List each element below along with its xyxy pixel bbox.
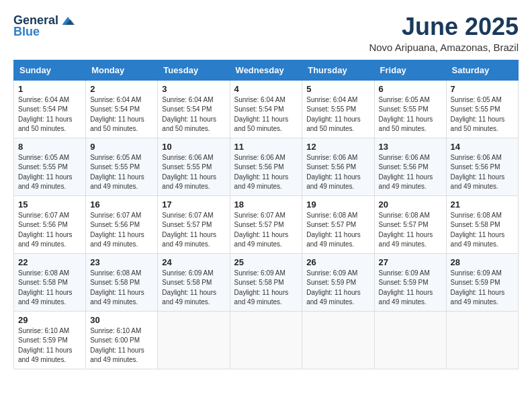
day-info: Sunrise: 6:08 AM Sunset: 5:57 PM Dayligh… <box>379 211 442 250</box>
calendar-header-thursday: Thursday <box>302 60 374 80</box>
day-info: Sunrise: 6:06 AM Sunset: 5:56 PM Dayligh… <box>451 153 514 192</box>
day-info: Sunrise: 6:08 AM Sunset: 5:58 PM Dayligh… <box>18 269 81 308</box>
day-info: Sunrise: 6:05 AM Sunset: 5:55 PM Dayligh… <box>18 153 81 192</box>
logo-blue-text: Blue <box>13 25 40 39</box>
day-info: Sunrise: 6:05 AM Sunset: 5:55 PM Dayligh… <box>451 95 514 134</box>
day-number: 28 <box>451 257 514 267</box>
calendar-cell: 28 Sunrise: 6:09 AM Sunset: 5:59 PM Dayl… <box>446 253 518 311</box>
calendar-week-row: 15 Sunrise: 6:07 AM Sunset: 5:56 PM Dayl… <box>14 195 519 253</box>
calendar-cell: 4 Sunrise: 6:04 AM Sunset: 5:54 PM Dayli… <box>230 80 302 138</box>
day-number: 4 <box>234 84 298 94</box>
calendar-cell: 18 Sunrise: 6:07 AM Sunset: 5:57 PM Dayl… <box>230 195 302 253</box>
calendar-table: SundayMondayTuesdayWednesdayThursdayFrid… <box>13 60 519 369</box>
day-number: 25 <box>234 257 298 267</box>
calendar-cell: 16 Sunrise: 6:07 AM Sunset: 5:56 PM Dayl… <box>86 195 158 253</box>
day-number: 24 <box>162 257 225 267</box>
calendar-header-tuesday: Tuesday <box>158 60 230 80</box>
day-number: 2 <box>90 84 153 94</box>
day-number: 15 <box>18 199 81 210</box>
calendar-cell: 3 Sunrise: 6:04 AM Sunset: 5:54 PM Dayli… <box>158 80 230 138</box>
day-info: Sunrise: 6:07 AM Sunset: 5:57 PM Dayligh… <box>234 211 298 250</box>
day-info: Sunrise: 6:06 AM Sunset: 5:56 PM Dayligh… <box>234 153 298 192</box>
calendar-cell: 20 Sunrise: 6:08 AM Sunset: 5:57 PM Dayl… <box>374 195 446 253</box>
calendar-header-friday: Friday <box>374 60 446 80</box>
calendar-cell <box>302 311 374 369</box>
calendar-week-row: 29 Sunrise: 6:10 AM Sunset: 5:59 PM Dayl… <box>14 311 519 369</box>
day-info: Sunrise: 6:08 AM Sunset: 5:58 PM Dayligh… <box>451 211 514 250</box>
day-info: Sunrise: 6:06 AM Sunset: 5:56 PM Dayligh… <box>379 153 442 192</box>
month-year-title: June 2025 <box>369 13 519 40</box>
day-info: Sunrise: 6:06 AM Sunset: 5:56 PM Dayligh… <box>306 153 369 192</box>
calendar-cell: 22 Sunrise: 6:08 AM Sunset: 5:58 PM Dayl… <box>14 253 86 311</box>
day-number: 3 <box>162 84 225 94</box>
calendar-header-row: SundayMondayTuesdayWednesdayThursdayFrid… <box>14 60 519 80</box>
calendar-cell: 27 Sunrise: 6:09 AM Sunset: 5:59 PM Dayl… <box>374 253 446 311</box>
day-info: Sunrise: 6:10 AM Sunset: 6:00 PM Dayligh… <box>90 326 153 365</box>
calendar-cell: 13 Sunrise: 6:06 AM Sunset: 5:56 PM Dayl… <box>374 138 446 195</box>
location-subtitle: Novo Aripuana, Amazonas, Brazil <box>369 42 519 53</box>
calendar-cell: 19 Sunrise: 6:08 AM Sunset: 5:57 PM Dayl… <box>302 195 374 253</box>
day-info: Sunrise: 6:10 AM Sunset: 5:59 PM Dayligh… <box>18 326 81 365</box>
day-info: Sunrise: 6:09 AM Sunset: 5:58 PM Dayligh… <box>162 269 225 308</box>
logo: General Blue <box>13 13 76 39</box>
day-info: Sunrise: 6:08 AM Sunset: 5:57 PM Dayligh… <box>306 211 369 250</box>
day-info: Sunrise: 6:04 AM Sunset: 5:54 PM Dayligh… <box>90 95 153 134</box>
day-number: 9 <box>90 142 153 152</box>
day-info: Sunrise: 6:04 AM Sunset: 5:54 PM Dayligh… <box>18 95 81 134</box>
calendar-week-row: 1 Sunrise: 6:04 AM Sunset: 5:54 PM Dayli… <box>14 80 519 138</box>
day-number: 8 <box>18 142 81 152</box>
day-number: 21 <box>451 199 514 210</box>
day-number: 30 <box>90 315 153 325</box>
day-number: 22 <box>18 257 81 267</box>
title-section: June 2025 Novo Aripuana, Amazonas, Brazi… <box>369 13 519 53</box>
calendar-cell: 11 Sunrise: 6:06 AM Sunset: 5:56 PM Dayl… <box>230 138 302 195</box>
day-info: Sunrise: 6:09 AM Sunset: 5:59 PM Dayligh… <box>451 269 514 308</box>
day-number: 12 <box>306 142 369 152</box>
day-info: Sunrise: 6:04 AM Sunset: 5:54 PM Dayligh… <box>234 95 298 134</box>
day-info: Sunrise: 6:09 AM Sunset: 5:59 PM Dayligh… <box>379 269 442 308</box>
day-info: Sunrise: 6:05 AM Sunset: 5:55 PM Dayligh… <box>379 95 442 134</box>
calendar-cell <box>446 311 518 369</box>
calendar-cell: 25 Sunrise: 6:09 AM Sunset: 5:58 PM Dayl… <box>230 253 302 311</box>
calendar-cell: 17 Sunrise: 6:07 AM Sunset: 5:57 PM Dayl… <box>158 195 230 253</box>
day-number: 13 <box>379 142 442 152</box>
day-info: Sunrise: 6:07 AM Sunset: 5:57 PM Dayligh… <box>162 211 225 250</box>
calendar-cell <box>230 311 302 369</box>
day-info: Sunrise: 6:04 AM Sunset: 5:55 PM Dayligh… <box>306 95 369 134</box>
day-number: 16 <box>90 199 153 210</box>
day-info: Sunrise: 6:06 AM Sunset: 5:55 PM Dayligh… <box>162 153 225 192</box>
day-number: 27 <box>379 257 442 267</box>
calendar-cell: 2 Sunrise: 6:04 AM Sunset: 5:54 PM Dayli… <box>86 80 158 138</box>
calendar-header-sunday: Sunday <box>14 60 86 80</box>
day-number: 14 <box>451 142 514 152</box>
day-number: 6 <box>379 84 442 94</box>
calendar-cell: 23 Sunrise: 6:08 AM Sunset: 5:58 PM Dayl… <box>86 253 158 311</box>
day-number: 7 <box>451 84 514 94</box>
day-number: 29 <box>18 315 81 325</box>
calendar-header-wednesday: Wednesday <box>230 60 302 80</box>
day-number: 10 <box>162 142 225 152</box>
calendar-cell: 29 Sunrise: 6:10 AM Sunset: 5:59 PM Dayl… <box>14 311 86 369</box>
calendar-cell: 30 Sunrise: 6:10 AM Sunset: 6:00 PM Dayl… <box>86 311 158 369</box>
calendar-cell: 8 Sunrise: 6:05 AM Sunset: 5:55 PM Dayli… <box>14 138 86 195</box>
day-number: 5 <box>306 84 369 94</box>
calendar-cell: 15 Sunrise: 6:07 AM Sunset: 5:56 PM Dayl… <box>14 195 86 253</box>
day-number: 11 <box>234 142 298 152</box>
calendar-cell: 14 Sunrise: 6:06 AM Sunset: 5:56 PM Dayl… <box>446 138 518 195</box>
day-number: 1 <box>18 84 81 94</box>
calendar-cell: 10 Sunrise: 6:06 AM Sunset: 5:55 PM Dayl… <box>158 138 230 195</box>
calendar-header-monday: Monday <box>86 60 158 80</box>
calendar-cell: 26 Sunrise: 6:09 AM Sunset: 5:59 PM Dayl… <box>302 253 374 311</box>
calendar-cell: 6 Sunrise: 6:05 AM Sunset: 5:55 PM Dayli… <box>374 80 446 138</box>
day-info: Sunrise: 6:05 AM Sunset: 5:55 PM Dayligh… <box>90 153 153 192</box>
day-number: 17 <box>162 199 225 210</box>
calendar-cell: 1 Sunrise: 6:04 AM Sunset: 5:54 PM Dayli… <box>14 80 86 138</box>
page-header: General Blue June 2025 Novo Aripuana, Am… <box>13 13 519 53</box>
day-number: 23 <box>90 257 153 267</box>
calendar-week-row: 8 Sunrise: 6:05 AM Sunset: 5:55 PM Dayli… <box>14 138 519 195</box>
calendar-cell: 12 Sunrise: 6:06 AM Sunset: 5:56 PM Dayl… <box>302 138 374 195</box>
calendar-cell <box>158 311 230 369</box>
day-info: Sunrise: 6:08 AM Sunset: 5:58 PM Dayligh… <box>90 269 153 308</box>
day-number: 20 <box>379 199 442 210</box>
day-number: 26 <box>306 257 369 267</box>
